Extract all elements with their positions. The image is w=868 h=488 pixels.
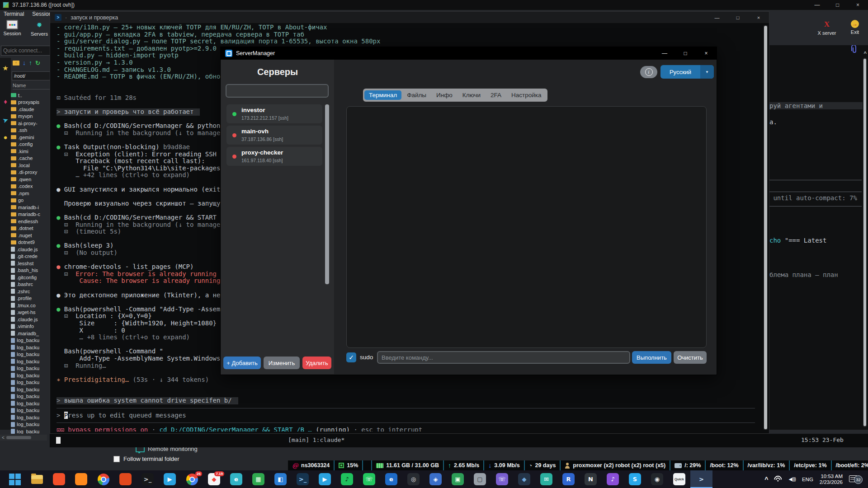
server-card[interactable]: investor173.212.212.157 [ssh] <box>226 104 322 123</box>
wifi-icon[interactable] <box>774 474 784 484</box>
tab-Настройка[interactable]: Настройка <box>507 90 546 100</box>
file-row[interactable]: .gemini <box>11 134 54 141</box>
taskbar-icon-anydesk[interactable]: ◆7.15 <box>203 470 225 488</box>
upload-icon[interactable]: ↑ <box>29 59 32 66</box>
minimize-icon[interactable]: — <box>807 0 827 10</box>
file-row[interactable]: .claude <box>11 106 54 113</box>
tab-Ключи[interactable]: Ключи <box>458 90 485 100</box>
taskbar-icon-meet[interactable]: ▣ <box>447 470 469 488</box>
taskbar-icon-music-purple[interactable]: ♪ <box>602 470 624 488</box>
file-row[interactable]: .npm <box>11 190 54 197</box>
folder-up-icon[interactable] <box>13 61 19 66</box>
scroll-left-icon[interactable]: < <box>2 435 5 440</box>
refresh-icon[interactable]: ↻ <box>35 60 40 66</box>
send-icon[interactable]: ➤ <box>1 115 9 125</box>
servermanager-titlebar[interactable]: ServerManager <box>221 47 717 60</box>
file-row[interactable]: .git-crede <box>11 253 54 260</box>
quick-connect-input[interactable] <box>1 46 53 56</box>
taskbar-icon-notion[interactable]: N <box>580 470 602 488</box>
file-row[interactable]: .mariadb_ <box>11 330 54 337</box>
servers-button[interactable]: ++ Servers <box>28 20 51 37</box>
terminal-scrollbar-right[interactable] <box>863 58 867 427</box>
file-row[interactable]: endlessh <box>11 218 54 225</box>
xserver-button[interactable]: X X server <box>816 20 838 36</box>
file-row[interactable]: log_backu <box>11 358 54 365</box>
taskbar-icon-firefox-developer[interactable] <box>114 470 137 488</box>
taskbar-icon-firefox[interactable] <box>70 470 92 488</box>
terminal-titlebar[interactable]: > · запуск и проверка <box>50 12 769 23</box>
file-row[interactable]: .viminfo <box>11 323 54 330</box>
file-row[interactable]: .qwen <box>11 176 54 183</box>
file-row[interactable]: log_backu <box>11 421 54 428</box>
terminal-output-area[interactable] <box>346 106 707 348</box>
server-list-scrollbar[interactable] <box>325 104 329 284</box>
file-row[interactable]: dotnet9 <box>11 239 54 246</box>
taskbar-icon-chat-teal[interactable]: ✉ <box>535 470 557 488</box>
taskbar-icon-app-gray[interactable]: ▢ <box>469 470 491 488</box>
session-button[interactable]: Session <box>1 20 24 37</box>
taskbar-icon-windows-start[interactable] <box>4 470 26 488</box>
file-row[interactable]: log_backu <box>11 400 54 407</box>
taskbar-icon-spotify[interactable]: ♪ <box>336 470 358 488</box>
sudo-checkbox[interactable]: ✓ <box>346 352 356 362</box>
command-input[interactable] <box>377 351 630 364</box>
taskbar-icon-terminal-dark[interactable]: >_ <box>137 470 159 488</box>
file-row[interactable]: .bash_his <box>11 267 54 274</box>
run-button[interactable]: Выполнить <box>632 351 671 364</box>
file-row[interactable]: t.. <box>11 92 54 99</box>
file-row[interactable]: log_backu <box>11 365 54 372</box>
file-row[interactable]: log_backu <box>11 337 54 344</box>
exit-button[interactable]: → Exit <box>844 20 866 36</box>
taskbar-icon-chrome-profile[interactable]: 26 <box>181 470 203 488</box>
file-row[interactable]: .lesshst <box>11 260 54 267</box>
taskbar-icon-viber[interactable]: ☏ <box>491 470 513 488</box>
file-row[interactable]: .claude.js <box>11 246 54 253</box>
language-dropdown[interactable]: Русский ▼ <box>660 65 714 79</box>
close-icon[interactable]: × <box>748 12 769 23</box>
file-row[interactable]: .tmux.co <box>11 302 54 309</box>
file-row[interactable]: .gitconfig <box>11 274 54 281</box>
file-row[interactable]: .codex <box>11 183 54 190</box>
info-button[interactable]: i <box>640 66 657 78</box>
tab-Терминал[interactable]: Терминал <box>364 90 401 100</box>
file-row[interactable]: .profile <box>11 295 54 302</box>
taskbar-icon-skype[interactable]: S <box>624 470 646 488</box>
taskbar-icon-obs[interactable]: ◎ <box>402 470 425 488</box>
speaker-icon[interactable]: ◀))) <box>788 476 795 482</box>
taskbar-icon-code-blue[interactable]: ◧ <box>269 470 292 488</box>
file-row[interactable]: .di-proxy <box>11 169 54 176</box>
taskbar-icon-telegram-desktop[interactable]: ▶ <box>314 470 336 488</box>
file-row[interactable]: log_backu <box>11 428 54 434</box>
file-row[interactable]: .local <box>11 162 54 169</box>
minimize-icon[interactable]: — <box>707 12 727 23</box>
server-card[interactable]: proxy-checker161.97.118.40 [ssh] <box>226 147 322 166</box>
tab-2FA[interactable]: 2FA <box>486 90 506 100</box>
taskbar-icon-mobaxterm-active[interactable]: > <box>690 470 712 488</box>
file-row[interactable]: .wget-hs <box>11 309 54 316</box>
star-icon[interactable]: ★ <box>2 64 8 72</box>
file-row[interactable]: log_backu <box>11 414 54 421</box>
file-row[interactable]: myvpn <box>11 113 54 120</box>
macro-icon[interactable]: ● <box>3 133 7 141</box>
close-icon[interactable]: × <box>848 0 868 10</box>
file-row[interactable]: .kimi <box>11 148 54 155</box>
file-row[interactable]: log_backu <box>11 379 54 386</box>
menu-terminal[interactable]: Terminal <box>4 11 24 17</box>
taskbar-icon-windows-terminal[interactable]: >_ <box>292 470 314 488</box>
bookmark-icon[interactable]: ♦ <box>4 98 7 105</box>
taskbar-icon-edge[interactable]: e <box>380 470 402 488</box>
clear-button[interactable]: Очистить <box>674 351 707 364</box>
file-row[interactable]: .claude.js <box>11 316 54 323</box>
file-row[interactable]: .zshrc <box>11 288 54 295</box>
file-row[interactable]: .cache <box>11 155 54 162</box>
checkbox-icon[interactable] <box>113 456 120 462</box>
terminal-scrollbar[interactable] <box>764 25 768 430</box>
file-row[interactable]: log_backu <box>11 393 54 400</box>
delete-server-button[interactable]: Удалить <box>302 357 331 369</box>
file-row[interactable]: .dotnet <box>11 225 54 232</box>
taskbar-icon-whatsapp[interactable]: ☏ <box>358 470 380 488</box>
close-icon[interactable]: × <box>696 47 717 60</box>
add-server-button[interactable]: + Добавить <box>223 357 261 369</box>
tray-expand-icon[interactable]: ^ <box>764 476 768 483</box>
taskbar-icon-brave[interactable] <box>48 470 70 488</box>
